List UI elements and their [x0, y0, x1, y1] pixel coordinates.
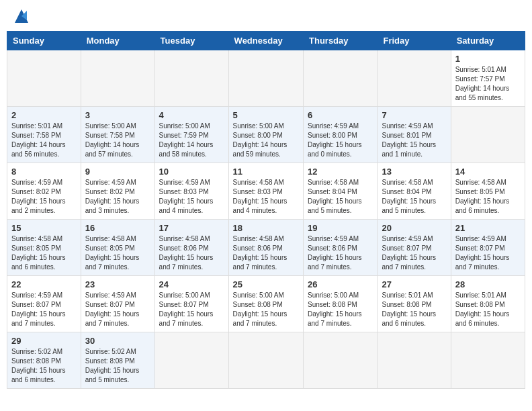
- day-number: 18: [233, 223, 299, 233]
- header-sunday: Sunday: [7, 32, 81, 50]
- day-number: 22: [11, 279, 77, 289]
- day-number: 11: [233, 167, 299, 177]
- day-info: Sunrise: 5:00 AMSunset: 8:08 PMDaylight:…: [308, 291, 373, 328]
- calendar-empty-cell: [304, 332, 378, 389]
- header-tuesday: Tuesday: [154, 32, 228, 50]
- day-info: Sunrise: 5:00 AMSunset: 8:00 PMDaylight:…: [233, 122, 299, 159]
- day-info: Sunrise: 4:59 AMSunset: 8:07 PMDaylight:…: [11, 291, 77, 328]
- calendar-week-row: 29Sunrise: 5:02 AMSunset: 8:08 PMDayligh…: [7, 332, 525, 389]
- header-wednesday: Wednesday: [228, 32, 303, 50]
- calendar-day-cell: 5Sunrise: 5:00 AMSunset: 8:00 PMDaylight…: [228, 107, 303, 163]
- header-thursday: Thursday: [304, 32, 378, 50]
- day-info: Sunrise: 4:59 AMSunset: 8:07 PMDaylight:…: [85, 291, 150, 328]
- day-info: Sunrise: 5:01 AMSunset: 8:08 PMDaylight:…: [455, 291, 521, 328]
- day-info: Sunrise: 4:58 AMSunset: 8:05 PMDaylight:…: [85, 234, 150, 272]
- header-friday: Friday: [378, 32, 451, 50]
- calendar-day-cell: 22Sunrise: 4:59 AMSunset: 8:07 PMDayligh…: [7, 276, 81, 332]
- calendar-empty-cell: [304, 50, 378, 107]
- day-info: Sunrise: 5:00 AMSunset: 8:08 PMDaylight:…: [233, 291, 299, 328]
- day-number: 21: [455, 223, 521, 233]
- calendar-day-cell: 27Sunrise: 5:01 AMSunset: 8:08 PMDayligh…: [378, 276, 451, 332]
- logo-icon: [12, 7, 31, 26]
- logo: [9, 7, 31, 26]
- calendar-day-cell: 10Sunrise: 4:59 AMSunset: 8:03 PMDayligh…: [154, 163, 228, 220]
- day-number: 7: [382, 110, 446, 120]
- day-info: Sunrise: 4:58 AMSunset: 8:03 PMDaylight:…: [233, 178, 299, 216]
- header-monday: Monday: [81, 32, 154, 50]
- calendar-day-cell: 6Sunrise: 4:59 AMSunset: 8:00 PMDaylight…: [304, 107, 378, 163]
- calendar-day-cell: 13Sunrise: 4:58 AMSunset: 8:04 PMDayligh…: [378, 163, 451, 220]
- calendar-empty-cell: [378, 332, 451, 389]
- day-number: 17: [159, 223, 224, 233]
- day-number: 10: [159, 167, 224, 177]
- day-info: Sunrise: 4:58 AMSunset: 8:04 PMDaylight:…: [382, 178, 446, 216]
- day-number: 27: [382, 279, 446, 289]
- day-info: Sunrise: 4:59 AMSunset: 8:02 PMDaylight:…: [85, 178, 150, 216]
- day-number: 30: [85, 336, 150, 346]
- day-info: Sunrise: 5:01 AMSunset: 8:08 PMDaylight:…: [382, 291, 446, 328]
- calendar-day-cell: 19Sunrise: 4:59 AMSunset: 8:06 PMDayligh…: [304, 220, 378, 276]
- calendar-empty-cell: [451, 107, 525, 163]
- day-info: Sunrise: 4:59 AMSunset: 8:06 PMDaylight:…: [308, 234, 373, 272]
- day-number: 1: [455, 54, 521, 64]
- calendar-day-cell: 18Sunrise: 4:58 AMSunset: 8:06 PMDayligh…: [228, 220, 303, 276]
- day-number: 28: [455, 279, 521, 289]
- calendar-day-cell: 9Sunrise: 4:59 AMSunset: 8:02 PMDaylight…: [81, 163, 154, 220]
- day-info: Sunrise: 4:58 AMSunset: 8:04 PMDaylight:…: [308, 178, 373, 216]
- calendar-empty-cell: [378, 50, 451, 107]
- calendar-week-row: 1Sunrise: 5:01 AMSunset: 7:57 PMDaylight…: [7, 50, 525, 107]
- calendar-day-cell: 3Sunrise: 5:00 AMSunset: 7:58 PMDaylight…: [81, 107, 154, 163]
- calendar-day-cell: 17Sunrise: 4:58 AMSunset: 8:06 PMDayligh…: [154, 220, 228, 276]
- day-info: Sunrise: 4:58 AMSunset: 8:06 PMDaylight:…: [233, 234, 299, 272]
- calendar-empty-cell: [154, 332, 228, 389]
- calendar-day-cell: 30Sunrise: 5:02 AMSunset: 8:08 PMDayligh…: [81, 332, 154, 389]
- day-info: Sunrise: 5:00 AMSunset: 7:58 PMDaylight:…: [85, 122, 150, 159]
- day-info: Sunrise: 4:59 AMSunset: 8:02 PMDaylight:…: [11, 178, 77, 216]
- day-info: Sunrise: 4:58 AMSunset: 8:06 PMDaylight:…: [159, 234, 224, 272]
- day-number: 9: [85, 167, 150, 177]
- calendar-day-cell: 21Sunrise: 4:59 AMSunset: 8:07 PMDayligh…: [451, 220, 525, 276]
- calendar-day-cell: 2Sunrise: 5:01 AMSunset: 7:58 PMDaylight…: [7, 107, 81, 163]
- day-info: Sunrise: 5:00 AMSunset: 8:07 PMDaylight:…: [159, 291, 224, 328]
- calendar-day-cell: 11Sunrise: 4:58 AMSunset: 8:03 PMDayligh…: [228, 163, 303, 220]
- day-number: 4: [159, 110, 224, 120]
- calendar-empty-cell: [228, 50, 303, 107]
- day-info: Sunrise: 4:59 AMSunset: 8:00 PMDaylight:…: [308, 122, 373, 159]
- calendar-day-cell: 25Sunrise: 5:00 AMSunset: 8:08 PMDayligh…: [228, 276, 303, 332]
- day-info: Sunrise: 5:02 AMSunset: 8:08 PMDaylight:…: [11, 347, 77, 385]
- calendar-day-cell: 1Sunrise: 5:01 AMSunset: 7:57 PMDaylight…: [451, 50, 525, 107]
- calendar-day-cell: 24Sunrise: 5:00 AMSunset: 8:07 PMDayligh…: [154, 276, 228, 332]
- day-info: Sunrise: 4:59 AMSunset: 8:07 PMDaylight:…: [382, 234, 446, 272]
- day-number: 12: [308, 167, 373, 177]
- day-info: Sunrise: 4:58 AMSunset: 8:05 PMDaylight:…: [11, 234, 77, 272]
- calendar-day-cell: 8Sunrise: 4:59 AMSunset: 8:02 PMDaylight…: [7, 163, 81, 220]
- day-number: 13: [382, 167, 446, 177]
- calendar-day-cell: 16Sunrise: 4:58 AMSunset: 8:05 PMDayligh…: [81, 220, 154, 276]
- calendar-day-cell: 7Sunrise: 4:59 AMSunset: 8:01 PMDaylight…: [378, 107, 451, 163]
- day-number: 23: [85, 279, 150, 289]
- calendar-week-row: 22Sunrise: 4:59 AMSunset: 8:07 PMDayligh…: [7, 276, 525, 332]
- day-number: 3: [85, 110, 150, 120]
- day-number: 8: [11, 167, 77, 177]
- day-number: 5: [233, 110, 299, 120]
- day-number: 19: [308, 223, 373, 233]
- calendar-empty-cell: [451, 332, 525, 389]
- day-info: Sunrise: 4:59 AMSunset: 8:03 PMDaylight:…: [159, 178, 224, 216]
- calendar-header-row: SundayMondayTuesdayWednesdayThursdayFrid…: [7, 32, 525, 50]
- day-info: Sunrise: 5:02 AMSunset: 8:08 PMDaylight:…: [85, 347, 150, 385]
- day-info: Sunrise: 4:59 AMSunset: 8:07 PMDaylight:…: [455, 234, 521, 272]
- day-number: 29: [11, 336, 77, 346]
- calendar-day-cell: 15Sunrise: 4:58 AMSunset: 8:05 PMDayligh…: [7, 220, 81, 276]
- day-number: 15: [11, 223, 77, 233]
- calendar-day-cell: 28Sunrise: 5:01 AMSunset: 8:08 PMDayligh…: [451, 276, 525, 332]
- day-number: 16: [85, 223, 150, 233]
- calendar-empty-cell: [154, 50, 228, 107]
- calendar-day-cell: 12Sunrise: 4:58 AMSunset: 8:04 PMDayligh…: [304, 163, 378, 220]
- day-number: 6: [308, 110, 373, 120]
- day-number: 26: [308, 279, 373, 289]
- calendar-week-row: 8Sunrise: 4:59 AMSunset: 8:02 PMDaylight…: [7, 163, 525, 220]
- calendar-day-cell: 26Sunrise: 5:00 AMSunset: 8:08 PMDayligh…: [304, 276, 378, 332]
- calendar-empty-cell: [228, 332, 303, 389]
- day-number: 20: [382, 223, 446, 233]
- header-saturday: Saturday: [451, 32, 525, 50]
